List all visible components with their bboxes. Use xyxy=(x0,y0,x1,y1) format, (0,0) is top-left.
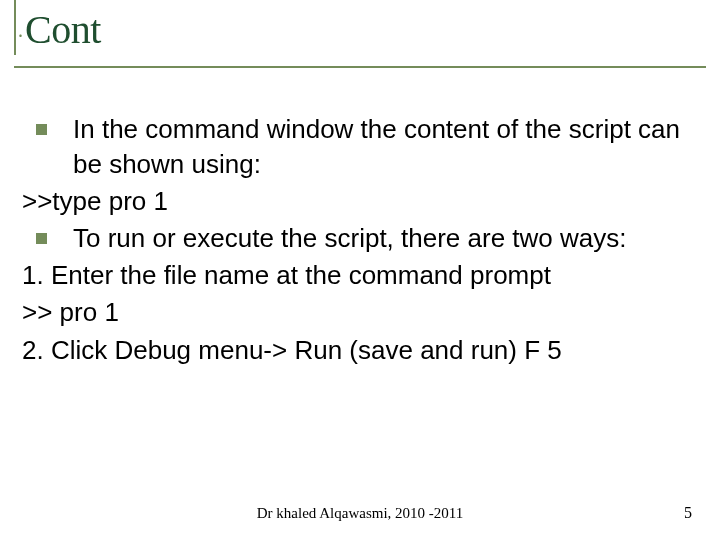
footer-author: Dr khaled Alqawasmi, 2010 -2011 xyxy=(0,505,720,522)
code-line: >> pro 1 xyxy=(22,295,698,330)
bullet-item: In the command window the content of the… xyxy=(22,112,698,182)
slide-title: Cont xyxy=(25,7,101,52)
numbered-line: 2. Click Debug menu-> Run (save and run)… xyxy=(22,333,698,368)
slide-body: In the command window the content of the… xyxy=(22,112,698,370)
bullet-text: To run or execute the script, there are … xyxy=(73,221,698,256)
footer-page-number: 5 xyxy=(684,504,692,522)
bullet-text: In the command window the content of the… xyxy=(73,112,698,182)
bullet-item: To run or execute the script, there are … xyxy=(22,221,698,256)
title-dot-accent: . xyxy=(18,19,23,41)
square-bullet-icon xyxy=(36,233,47,244)
slide-title-area: .Cont xyxy=(0,0,720,65)
code-line: >>type pro 1 xyxy=(22,184,698,219)
numbered-line: 1. Enter the file name at the command pr… xyxy=(22,258,698,293)
title-underline xyxy=(14,66,706,68)
square-bullet-icon xyxy=(36,124,47,135)
